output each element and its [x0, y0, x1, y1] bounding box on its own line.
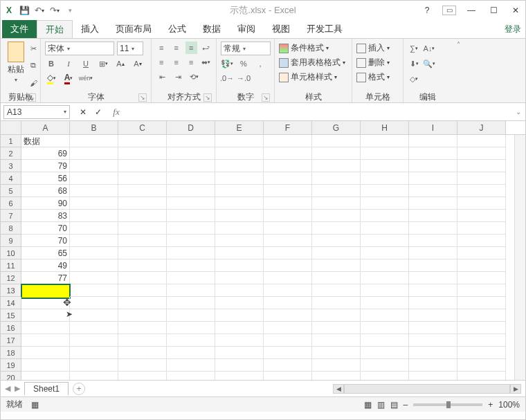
border-button[interactable]: ⊞▾	[97, 57, 109, 70]
qat-more-icon[interactable]: ▾	[64, 5, 75, 16]
cell[interactable]	[409, 235, 457, 247]
cell[interactable]	[70, 322, 118, 334]
merge-icon[interactable]: ⬌▾	[201, 56, 212, 69]
cell[interactable]	[312, 322, 361, 334]
cell[interactable]	[215, 372, 264, 380]
underline-button[interactable]: U	[80, 57, 92, 70]
col-header[interactable]: D	[167, 121, 215, 134]
cell[interactable]	[70, 147, 118, 160]
fill-color-button[interactable]: ◇▾	[45, 72, 57, 84]
cell[interactable]	[264, 160, 312, 172]
cell[interactable]	[215, 272, 264, 284]
cell[interactable]	[264, 185, 312, 197]
expand-formula-icon[interactable]: ⌄	[516, 108, 521, 116]
cell[interactable]	[361, 185, 409, 197]
cell[interactable]	[264, 284, 312, 297]
cell[interactable]	[215, 160, 264, 172]
tab-dev[interactable]: 开发工具	[298, 20, 351, 38]
cell[interactable]	[167, 309, 215, 322]
cell[interactable]: 79	[21, 160, 70, 172]
col-header[interactable]: H	[361, 121, 409, 134]
find-icon[interactable]: 🔍▾	[423, 57, 435, 70]
cell[interactable]	[118, 347, 167, 359]
tab-home[interactable]: 开始	[37, 20, 73, 38]
align-top-icon[interactable]: ≡	[156, 42, 167, 54]
row-header[interactable]: 5	[1, 185, 21, 197]
cell[interactable]	[312, 359, 361, 372]
cell[interactable]	[118, 135, 167, 147]
cell[interactable]	[264, 222, 312, 235]
tab-data[interactable]: 数据	[194, 20, 229, 38]
cell[interactable]	[312, 235, 361, 247]
cell[interactable]	[409, 284, 457, 297]
col-header[interactable]: B	[70, 121, 118, 134]
cell[interactable]	[457, 297, 506, 309]
row-header[interactable]: 8	[1, 222, 21, 235]
close-icon[interactable]: ✕	[509, 6, 523, 15]
decrease-decimal-icon[interactable]: →.0	[237, 72, 250, 84]
increase-font-icon[interactable]: A▴	[114, 57, 127, 70]
cell[interactable]	[264, 172, 312, 185]
cell[interactable]	[457, 272, 506, 284]
undo-icon[interactable]: ↶▾	[34, 5, 45, 16]
align-bottom-icon[interactable]: ≡	[185, 42, 197, 54]
cell[interactable]	[264, 135, 312, 147]
row-header[interactable]: 6	[1, 197, 21, 210]
indent-dec-icon[interactable]: ⇤	[156, 71, 168, 83]
macro-record-icon[interactable]: ▦	[31, 400, 39, 410]
col-header[interactable]: G	[312, 121, 361, 134]
select-all-corner[interactable]	[1, 121, 21, 134]
cell[interactable]	[457, 222, 506, 235]
number-launcher[interactable]: ↘	[262, 93, 270, 102]
cell[interactable]	[409, 297, 457, 309]
cell[interactable]	[361, 372, 409, 380]
cell[interactable]	[215, 172, 264, 185]
cell[interactable]	[409, 334, 457, 347]
cell[interactable]	[409, 197, 457, 210]
cell[interactable]	[409, 359, 457, 372]
cell[interactable]	[70, 247, 118, 259]
cell[interactable]	[361, 222, 409, 235]
cell[interactable]	[409, 309, 457, 322]
cell[interactable]	[312, 147, 361, 160]
vertical-scrollbar[interactable]	[514, 135, 525, 380]
align-center-icon[interactable]: ≡	[171, 56, 183, 69]
cell[interactable]: 69	[21, 147, 70, 160]
cell[interactable]	[409, 272, 457, 284]
cell[interactable]	[215, 359, 264, 372]
cell[interactable]	[167, 272, 215, 284]
cell[interactable]	[264, 259, 312, 272]
cell[interactable]	[167, 259, 215, 272]
cell[interactable]	[215, 334, 264, 347]
cell[interactable]	[264, 147, 312, 160]
cell[interactable]	[118, 284, 167, 297]
row-header[interactable]: 17	[1, 334, 21, 347]
minimize-icon[interactable]: —	[464, 6, 478, 15]
row-header[interactable]: 7	[1, 210, 21, 222]
cell[interactable]	[409, 222, 457, 235]
ribbon-toggle-icon[interactable]: ▭	[442, 6, 456, 15]
cell[interactable]	[215, 247, 264, 259]
cell[interactable]	[21, 309, 70, 322]
cell[interactable]: 数据	[21, 135, 70, 147]
cell[interactable]	[118, 147, 167, 160]
font-size-select[interactable]: 11▾	[117, 42, 143, 55]
cell[interactable]	[167, 210, 215, 222]
format-painter-icon[interactable]: 🖌	[27, 77, 39, 89]
cell[interactable]	[70, 347, 118, 359]
row-header[interactable]: 19	[1, 359, 21, 372]
cell[interactable]	[118, 185, 167, 197]
row-header[interactable]: 2	[1, 147, 21, 160]
cell[interactable]	[70, 297, 118, 309]
cell[interactable]	[457, 309, 506, 322]
cell[interactable]	[118, 259, 167, 272]
cell[interactable]: 83	[21, 210, 70, 222]
cell[interactable]	[167, 347, 215, 359]
cell[interactable]	[457, 359, 506, 372]
cell[interactable]	[167, 284, 215, 297]
cell[interactable]	[409, 135, 457, 147]
tab-view[interactable]: 视图	[264, 20, 298, 38]
indent-inc-icon[interactable]: ⇥	[172, 71, 184, 83]
cell[interactable]	[118, 172, 167, 185]
cell[interactable]	[312, 197, 361, 210]
